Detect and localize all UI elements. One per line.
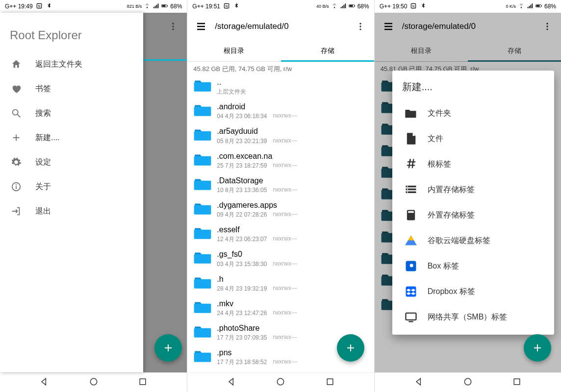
drawer-item-settings[interactable]: 设定: [0, 150, 143, 174]
bluetooth-icon: [46, 2, 52, 11]
drawer-scrim[interactable]: [143, 13, 187, 372]
file-row[interactable]: .ar5ayduuid 05 8月 23 20:21:39rwxrwx---: [187, 123, 374, 148]
file-date: 05 8月 23 20:21:39: [217, 137, 267, 146]
file-row[interactable]: .dygameres.apps 09 4月 22 07:28:26rwxrwx-…: [187, 197, 374, 222]
file-perm: rwxrwx---: [273, 358, 297, 367]
status-time: G++ 19:50: [380, 3, 408, 10]
folder-icon: [193, 323, 212, 339]
fab-add[interactable]: [154, 334, 182, 362]
folder-icon: [193, 102, 212, 118]
popup-item[interactable]: Dropbox 标签: [392, 279, 554, 304]
popup-item[interactable]: 文件: [392, 126, 554, 151]
nav-back[interactable]: [227, 377, 236, 389]
popup-item-icon: [404, 208, 418, 222]
svg-point-5: [173, 23, 174, 24]
overflow-button[interactable]: [537, 17, 557, 36]
file-row[interactable]: .h 28 4月 23 19:32:19rwxrwx---: [187, 271, 374, 296]
nav-recent[interactable]: [138, 377, 148, 389]
drawer-item-search[interactable]: 搜索: [0, 101, 143, 125]
file-row[interactable]: .. 上层文件夹: [187, 74, 374, 99]
overflow-button[interactable]: [168, 22, 178, 33]
popup-item-icon: [404, 234, 418, 247]
heart-icon: [11, 83, 22, 94]
screenshot-new-popup: G++ 19:50 N 0 K/s 68% /storage/emulated/…: [374, 0, 561, 392]
exit-icon: [11, 206, 22, 217]
svg-rect-24: [327, 379, 333, 385]
popup-item-icon: [404, 106, 418, 120]
tab-root[interactable]: 根目录: [187, 40, 280, 61]
popup-item-label: 文件: [428, 134, 443, 144]
drawer-item-home[interactable]: 返回主文件夹: [0, 52, 143, 76]
file-row[interactable]: .com.excean.na 25 7月 23 18:27:59rwxrwx--…: [187, 148, 374, 173]
status-time: G++ 19:49: [5, 3, 33, 10]
overflow-button[interactable]: [351, 17, 370, 36]
nav-back[interactable]: [39, 377, 49, 389]
nfc-icon: N: [223, 2, 230, 11]
tab-storage[interactable]: 存储: [468, 40, 561, 61]
popup-item-label: 根标签: [428, 159, 451, 170]
nfc-icon: N: [36, 2, 43, 11]
nav-recent[interactable]: [512, 377, 522, 389]
svg-rect-18: [355, 5, 355, 6]
file-name: .gs_fs0: [217, 249, 368, 259]
file-perm: rwxrwx---: [273, 334, 297, 342]
folder-icon: [193, 348, 212, 364]
popup-item-icon: [404, 259, 418, 273]
file-row[interactable]: .android 04 4月 23 06:18:34rwxrwx---: [187, 99, 374, 123]
popup-item[interactable]: 根标签: [392, 151, 554, 177]
net-speed: 40 B/s: [316, 4, 329, 9]
file-perm: rwxrwx---: [273, 186, 297, 195]
net-speed: 0 K/s: [506, 4, 516, 9]
popup-item[interactable]: 文件夹: [392, 100, 554, 126]
popup-item[interactable]: 内置存储标签: [392, 177, 554, 202]
fab-add[interactable]: [524, 334, 551, 362]
battery-icon: [536, 2, 542, 11]
nav-home[interactable]: [276, 377, 285, 389]
file-list[interactable]: .. 上层文件夹 .android 04 4月 23 06:18:34rwxrw…: [187, 74, 374, 372]
nav-back[interactable]: [414, 377, 424, 389]
drawer-item-exit[interactable]: 退出: [0, 199, 143, 223]
file-row[interactable]: .mkv 24 4月 23 12:47:26rwxrwx---: [187, 296, 374, 320]
folder-icon: [193, 151, 212, 167]
popup-item[interactable]: 外置存储标签: [392, 202, 554, 228]
drawer-item-label: 设定: [35, 157, 51, 168]
file-perm: rwxrwx---: [273, 235, 297, 244]
folder-icon: [193, 126, 212, 142]
svg-rect-19: [349, 5, 353, 6]
svg-rect-46: [514, 379, 520, 385]
nav-recent[interactable]: [325, 377, 335, 389]
file-row[interactable]: .esself 12 4月 23 06:23:07rwxrwx---: [187, 222, 374, 246]
popup-item[interactable]: 网络共享（SMB）标签: [392, 304, 554, 330]
svg-rect-44: [408, 321, 413, 322]
svg-rect-42: [406, 287, 416, 297]
file-date: 25 7月 23 18:27:59: [217, 162, 267, 170]
popup-item[interactable]: 谷歌云端硬盘标签: [392, 228, 554, 253]
folder-icon: [193, 176, 212, 192]
drawer-item-about[interactable]: 关于: [0, 174, 143, 199]
folder-icon: [193, 299, 212, 315]
file-name: .photoShare: [217, 323, 368, 333]
nav-home[interactable]: [463, 377, 473, 389]
fab-add[interactable]: [337, 334, 364, 362]
tab-root[interactable]: 根目录: [375, 40, 468, 61]
popup-title: 新建....: [392, 78, 554, 100]
popup-item[interactable]: Box 标签: [392, 253, 554, 279]
new-popup: 新建.... 文件夹 文件 根标签 内置存储标签 外置存储标签 谷歌云端硬盘标签…: [392, 71, 554, 335]
folder-icon: [193, 77, 212, 93]
drawer-item-new[interactable]: 新建....: [0, 125, 143, 150]
svg-point-22: [359, 28, 361, 30]
search-icon: [11, 108, 22, 119]
file-name: ..: [217, 77, 368, 87]
navigation-drawer: Root Explorer 返回主文件夹 书签 搜索 新建.... 设定 关于 …: [0, 13, 143, 372]
hamburger-button[interactable]: [191, 17, 211, 36]
nav-home[interactable]: [89, 377, 99, 389]
hamburger-button[interactable]: [379, 17, 398, 36]
file-date: 17 7月 23 07:09:35: [217, 334, 267, 342]
file-row[interactable]: .DataStorage 10 8月 23 13:36:05rwxrwx---: [187, 173, 374, 197]
file-row[interactable]: .gs_fs0 03 4月 23 15:38:30rwxrwx---: [187, 246, 374, 271]
svg-rect-12: [16, 186, 17, 189]
drawer-item-bookmarks[interactable]: 书签: [0, 76, 143, 101]
tab-storage[interactable]: 存储: [281, 40, 374, 61]
current-path: /storage/emulated/0: [398, 22, 537, 31]
popup-item-label: 谷歌云端硬盘标签: [428, 236, 490, 246]
